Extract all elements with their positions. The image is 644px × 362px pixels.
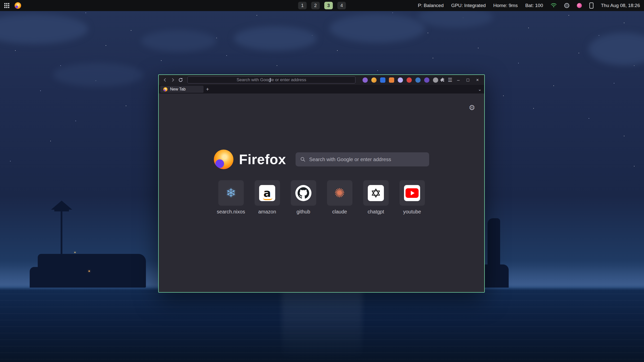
status-bar: 1 2 3 4 P: Balanced GPU: Integrated Home… bbox=[0, 0, 644, 11]
pier-light bbox=[74, 252, 75, 253]
wallpaper-cloud bbox=[141, 30, 216, 52]
navigation-toolbar: Search with Google or enter address ☰ – … bbox=[159, 75, 484, 85]
reload-icon bbox=[178, 77, 183, 83]
tab-title: New Tab bbox=[170, 87, 186, 92]
back-button[interactable] bbox=[162, 76, 168, 83]
shortcut-tiles: ❄ search.nixos a amazon bbox=[159, 180, 484, 215]
gpu-module: GPU: Integrated bbox=[451, 3, 486, 8]
wallpaper-cloud bbox=[234, 26, 317, 50]
minimize-button[interactable]: – bbox=[455, 76, 462, 84]
firefox-window: Search with Google or enter address ☰ – … bbox=[158, 74, 485, 293]
youtube-play-icon bbox=[404, 185, 420, 201]
newtab-search-placeholder: Search with Google or enter address bbox=[309, 157, 391, 162]
firefox-taskbar-icon[interactable] bbox=[15, 2, 21, 9]
window-controls: – □ × bbox=[455, 76, 481, 84]
tile-label: chatgpt bbox=[368, 209, 384, 215]
wifi-icon bbox=[551, 2, 557, 9]
firefox-logo bbox=[214, 150, 233, 169]
search-icon bbox=[300, 157, 306, 162]
clock: Thu Aug 08, 18:26 bbox=[601, 3, 640, 8]
tile-label: search.nixos bbox=[217, 209, 245, 215]
new-tab-button[interactable]: + bbox=[204, 86, 211, 93]
maximize-button[interactable]: □ bbox=[464, 76, 472, 84]
grid-icon bbox=[4, 3, 10, 8]
wallpaper-cloud bbox=[53, 63, 143, 87]
extension-icon[interactable] bbox=[433, 77, 438, 83]
extension-icon[interactable] bbox=[389, 77, 394, 83]
tile-card: ✺ bbox=[327, 180, 352, 206]
extension-icon[interactable] bbox=[371, 77, 377, 83]
battery-module: Bat: 100 bbox=[525, 3, 543, 8]
tab-bar: New Tab + ⌄ bbox=[159, 85, 484, 94]
wallpaper-cloud bbox=[330, 14, 425, 43]
tile-label: amazon bbox=[258, 209, 276, 215]
shortcut-search-nixos[interactable]: ❄ search.nixos bbox=[218, 180, 244, 215]
extension-icon[interactable] bbox=[407, 77, 412, 83]
watchtower-roof bbox=[51, 201, 72, 210]
shortcut-youtube[interactable]: youtube bbox=[399, 180, 425, 215]
workspace-1[interactable]: 1 bbox=[298, 2, 307, 9]
text-caret bbox=[270, 78, 270, 82]
firefox-favicon-icon bbox=[163, 87, 168, 92]
extension-icon[interactable] bbox=[415, 77, 421, 83]
tile-card: ❄ bbox=[218, 180, 244, 206]
shortcut-claude[interactable]: ✺ claude bbox=[327, 180, 352, 215]
firefox-wordmark: Firefox bbox=[239, 151, 286, 167]
bluetooth-icon bbox=[564, 3, 569, 8]
latency-module: Home: 9ms bbox=[493, 3, 518, 8]
forward-arrow-icon bbox=[170, 77, 176, 83]
close-button[interactable]: × bbox=[474, 76, 481, 84]
extensions-puzzle-icon[interactable] bbox=[440, 76, 446, 83]
tile-card bbox=[399, 180, 425, 206]
nixos-snowflake-icon: ❄ bbox=[226, 187, 236, 199]
back-arrow-icon bbox=[162, 77, 168, 83]
tab-new-tab[interactable]: New Tab bbox=[160, 86, 204, 93]
water-reflection bbox=[282, 287, 362, 362]
url-bar-placeholder: Search with Google or enter address bbox=[236, 77, 306, 82]
workspace-2[interactable]: 2 bbox=[311, 2, 320, 9]
newtab-settings-gear-icon[interactable]: ⚙ bbox=[469, 104, 475, 111]
tile-card: a bbox=[255, 180, 280, 206]
reload-button[interactable] bbox=[178, 76, 184, 83]
shortcut-github[interactable]: github bbox=[291, 180, 316, 215]
shortcut-chatgpt[interactable]: chatgpt bbox=[363, 180, 389, 215]
island-left-rock bbox=[30, 267, 67, 288]
url-bar[interactable]: Search with Google or enter address bbox=[187, 76, 355, 83]
amazon-icon: a bbox=[259, 185, 275, 201]
hut-light bbox=[89, 270, 90, 272]
notification-dot-icon bbox=[577, 3, 582, 8]
newtab-content: ⚙ Firefox Search with Google or enter ad… bbox=[159, 94, 484, 292]
tile-label: youtube bbox=[403, 209, 421, 215]
power-profile-module: P: Balanced bbox=[418, 3, 444, 8]
island-hut bbox=[83, 264, 101, 278]
tile-label: github bbox=[297, 209, 310, 215]
status-bar-left bbox=[4, 2, 21, 9]
list-all-tabs-chevron-icon[interactable]: ⌄ bbox=[476, 86, 483, 93]
extension-toolbar bbox=[363, 77, 438, 83]
watchtower-pole bbox=[61, 209, 62, 257]
workspace-switcher: 1 2 3 4 bbox=[298, 0, 346, 11]
watchtower-deck bbox=[54, 209, 69, 211]
claude-starburst-icon: ✺ bbox=[334, 187, 345, 199]
newtab-hero: Firefox Search with Google or enter addr… bbox=[159, 150, 484, 169]
app-launcher-icon[interactable] bbox=[4, 3, 10, 8]
tile-label: claude bbox=[332, 209, 347, 215]
extension-icon[interactable] bbox=[380, 77, 385, 83]
extension-icon[interactable] bbox=[363, 77, 368, 83]
extension-icon[interactable] bbox=[424, 77, 429, 83]
shortcut-amazon[interactable]: a amazon bbox=[255, 180, 280, 215]
workspace-4[interactable]: 4 bbox=[337, 2, 346, 9]
tablet-icon bbox=[589, 3, 593, 9]
status-bar-right: P: Balanced GPU: Integrated Home: 9ms Ba… bbox=[418, 2, 640, 9]
hamburger-menu-icon[interactable]: ☰ bbox=[447, 76, 453, 83]
chatgpt-knot-icon bbox=[368, 185, 384, 201]
extension-icon[interactable] bbox=[398, 77, 403, 83]
newtab-search-input[interactable]: Search with Google or enter address bbox=[296, 152, 429, 166]
github-octocat-icon bbox=[295, 185, 311, 201]
forward-button[interactable] bbox=[170, 76, 176, 83]
tile-card bbox=[363, 180, 389, 206]
firefox-icon bbox=[15, 2, 21, 9]
tile-card bbox=[291, 180, 316, 206]
workspace-3[interactable]: 3 bbox=[324, 2, 333, 9]
